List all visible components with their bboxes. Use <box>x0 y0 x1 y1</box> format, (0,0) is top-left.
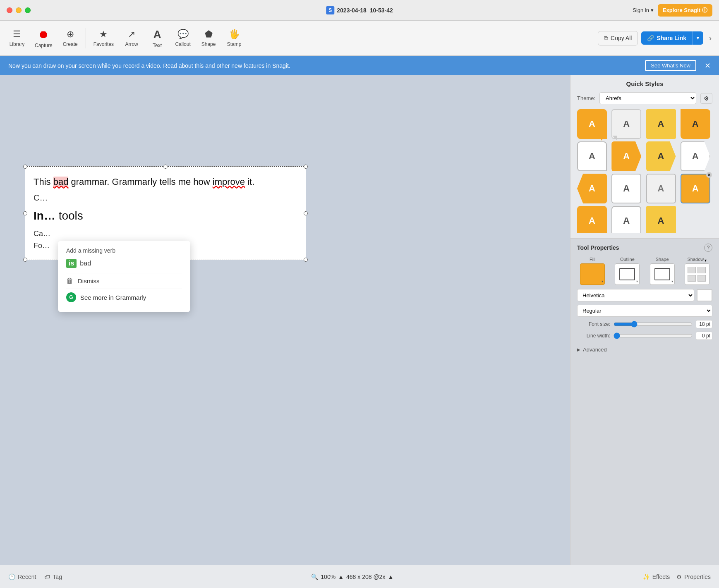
style-item[interactable]: A <box>611 109 641 139</box>
style-item[interactable]: A <box>611 141 641 171</box>
effects-label: Effects <box>652 574 670 580</box>
canvas-text: This bad grammar. Grammarly tells me how… <box>34 175 297 189</box>
font-size-row: Font size: 18 pt <box>577 320 712 328</box>
shape-button[interactable]: ⬟ Shape <box>197 26 220 50</box>
style-item[interactable]: A <box>577 174 607 203</box>
style-item[interactable]: A <box>577 141 607 171</box>
share-dropdown-button[interactable]: ▾ <box>692 31 703 45</box>
library-button[interactable]: ☰ Library <box>5 26 29 50</box>
style-item[interactable]: A <box>646 174 676 203</box>
text-icon: A <box>153 28 161 41</box>
theme-row: Theme: Ahrefs ⚙ <box>577 92 712 104</box>
outline-button[interactable]: ▾ <box>615 263 640 285</box>
zoom-icon: 🔍 <box>311 574 318 580</box>
suggestion-insert-word: is <box>66 259 77 268</box>
advanced-row[interactable]: ▶ Advanced <box>577 343 712 356</box>
explore-snagit-button[interactable]: Explore Snagit ⓘ <box>658 4 712 17</box>
right-panel: Quick Styles Theme: Ahrefs ⚙ A A <box>570 75 719 566</box>
resize-handle-mr[interactable] <box>304 211 308 215</box>
theme-select[interactable]: Ahrefs <box>599 92 696 104</box>
arrow-button[interactable]: ↗ Arrow <box>120 26 144 50</box>
fullscreen-button[interactable] <box>25 7 31 13</box>
fill-button[interactable]: ▾ <box>580 263 605 285</box>
fill-label: Fill <box>590 257 595 262</box>
quick-styles-title: Quick Styles <box>577 80 712 87</box>
text-button[interactable]: A Text <box>145 26 169 51</box>
sign-in-button[interactable]: Sign in ▾ <box>633 7 654 13</box>
style-item[interactable]: A <box>681 141 710 171</box>
banner-close-button[interactable]: ✕ <box>705 61 711 70</box>
share-link-button[interactable]: 🔗 Share Link <box>641 31 692 45</box>
style-item[interactable]: A <box>611 206 641 233</box>
title-bar-right: Sign in ▾ Explore Snagit ⓘ <box>633 4 712 17</box>
resize-handle-tm[interactable] <box>163 165 168 169</box>
create-button[interactable]: ⊕ Create <box>58 26 82 50</box>
shape-label: Shape <box>656 257 669 262</box>
recent-button[interactable]: 🕐 Recent <box>8 574 36 580</box>
info-icon: ⓘ <box>702 7 707 14</box>
style-item[interactable]: A <box>646 141 676 171</box>
resize-handle-tl[interactable] <box>23 165 27 169</box>
theme-label: Theme: <box>577 95 595 101</box>
canvas-text-line2: C… <box>34 191 297 204</box>
favorites-button[interactable]: ★ Favorites <box>89 26 118 50</box>
theme-settings-button[interactable]: ⚙ <box>700 93 712 104</box>
suggestion-original-word: bad <box>80 260 91 267</box>
font-family-select[interactable]: Helvetica <box>577 289 694 301</box>
effects-button[interactable]: ✨ Effects <box>643 574 670 580</box>
more-options-button[interactable]: › <box>707 31 714 45</box>
canvas-area: This bad grammar. Grammarly tells me how… <box>0 75 570 566</box>
shadow-cell-4 <box>697 275 706 282</box>
status-bar: 🕐 Recent 🏷 Tag 🔍 100% ▲ 468 x 208 @2x ▲ … <box>0 565 719 588</box>
line-width-value: 0 pt <box>696 332 712 340</box>
style-item[interactable]: A <box>646 109 676 139</box>
outline-dropdown-arrow: ▾ <box>636 280 638 283</box>
capture-button[interactable]: ⏺ Capture <box>31 26 57 51</box>
style-item-selected[interactable]: A ✕ <box>681 174 710 203</box>
shape-button[interactable]: ▾ <box>650 263 675 285</box>
minimize-button[interactable] <box>16 7 22 13</box>
help-button[interactable]: ? <box>704 244 712 252</box>
line-width-slider[interactable] <box>614 332 693 339</box>
text-color-swatch[interactable] <box>697 289 712 301</box>
grammarly-suggestion: is bad <box>66 259 182 268</box>
see-whats-new-button[interactable]: See What's New <box>645 60 696 71</box>
style-item[interactable]: A <box>577 109 607 139</box>
status-center: 🔍 100% ▲ 468 x 208 @2x ▲ <box>70 574 635 580</box>
stamp-button[interactable]: 🖐 Stamp <box>222 26 246 50</box>
callout-icon: 💬 <box>177 29 189 40</box>
properties-button[interactable]: ⚙ Properties <box>676 574 711 580</box>
dismiss-action[interactable]: 🗑 Dismiss <box>66 273 182 289</box>
dimensions-up-icon: ▲ <box>388 574 393 580</box>
dismiss-label: Dismiss <box>78 277 100 284</box>
line-width-row: Line width: 0 pt <box>577 332 712 340</box>
style-item[interactable]: A <box>577 206 607 233</box>
grammarly-logo-icon: G <box>66 292 76 302</box>
shadow-button[interactable] <box>685 263 709 285</box>
status-right: ✨ Effects ⚙ Properties <box>643 574 711 580</box>
tool-properties-panel: Tool Properties ? Fill ▾ Outline ▾ <box>570 239 719 566</box>
resize-handle-bl[interactable] <box>23 258 27 262</box>
resize-handle-tr[interactable] <box>304 165 308 169</box>
font-style-select[interactable]: Regular <box>577 305 712 317</box>
tag-button[interactable]: 🏷 Tag <box>44 574 62 580</box>
close-button[interactable] <box>7 7 12 13</box>
shadow-cell-2 <box>697 267 706 273</box>
style-grid: A A A A A A <box>577 109 712 233</box>
callout-button[interactable]: 💬 Callout <box>171 26 195 50</box>
see-more-action[interactable]: G See more in Grammarly <box>66 289 182 306</box>
notification-banner: Now you can draw on your screen while yo… <box>0 56 719 75</box>
font-style-row: Regular <box>577 305 712 317</box>
outline-swatch <box>619 268 635 280</box>
shadow-dropdown-label: ▾ <box>705 258 707 263</box>
outline-col: Outline ▾ <box>612 257 642 285</box>
style-item[interactable]: A <box>681 109 710 139</box>
copy-icon: ⧉ <box>604 35 608 42</box>
resize-handle-br[interactable] <box>304 258 308 262</box>
zoom-level: 100% <box>321 574 336 580</box>
resize-handle-ml[interactable] <box>23 211 27 215</box>
copy-all-button[interactable]: ⧉ Copy All <box>598 31 638 45</box>
style-item[interactable]: A <box>646 206 676 233</box>
font-size-slider[interactable] <box>614 321 693 327</box>
style-item[interactable]: A <box>611 174 641 203</box>
